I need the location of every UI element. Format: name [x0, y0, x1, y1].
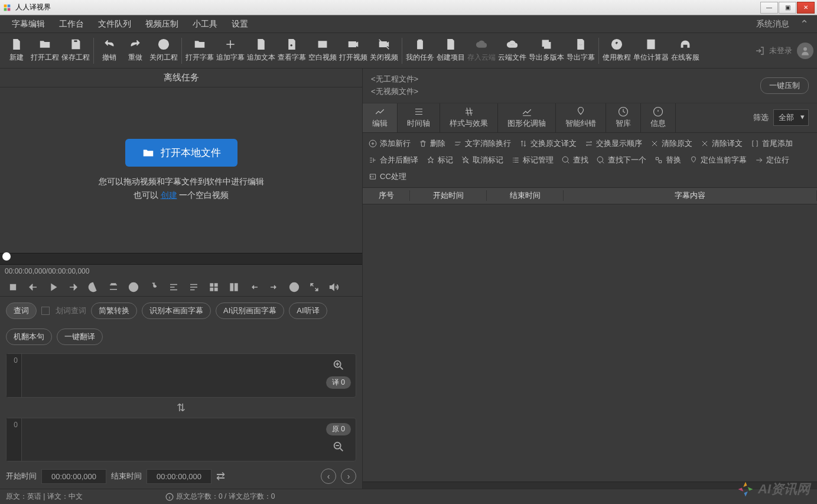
- toolbar-cloud[interactable]: 存入云端: [466, 36, 497, 65]
- toolbar-folder[interactable]: 打开工程: [30, 36, 60, 65]
- system-message[interactable]: 系统消息: [756, 19, 789, 30]
- timeline[interactable]: [0, 253, 362, 265]
- player-play-icon[interactable]: [45, 279, 61, 295]
- toolbar-save[interactable]: 保存工程: [60, 36, 91, 65]
- toolbar-add-doc[interactable]: 创建项目: [435, 36, 466, 65]
- player-columns-icon[interactable]: [226, 279, 242, 295]
- pill-mt-all[interactable]: 一键翻译: [57, 329, 103, 345]
- login-text[interactable]: 未登录: [769, 45, 792, 56]
- player-loop-icon[interactable]: [85, 279, 102, 295]
- toolbar-redo[interactable]: 重做: [122, 36, 148, 65]
- dropzone[interactable]: 打开本地文件 您可以拖动视频和字幕文件到软件中进行编辑 也可以 创建 一个空白视…: [0, 87, 362, 253]
- swap-arrows-icon[interactable]: ⇅: [6, 400, 356, 415]
- player-jump-fwd-icon[interactable]: [266, 279, 282, 295]
- action-bracket[interactable]: 首尾添加: [751, 136, 793, 151]
- player-shuffle-icon[interactable]: [306, 279, 323, 295]
- action-unpin[interactable]: 取消标记: [461, 153, 503, 167]
- zoom-in-icon[interactable]: [332, 359, 345, 372]
- zoom-out-icon[interactable]: [332, 440, 345, 453]
- action-locate[interactable]: 定位当前字幕: [689, 153, 747, 167]
- pill-mt-line[interactable]: 机翻本句: [6, 329, 52, 345]
- pill-lookup[interactable]: 查词: [6, 303, 37, 319]
- pill-ocr-current[interactable]: 识别本画面字幕: [142, 303, 211, 319]
- action-search[interactable]: 查找: [562, 153, 588, 167]
- player-step-back-icon[interactable]: [25, 279, 41, 295]
- minimize-button[interactable]: —: [760, 2, 778, 14]
- tab-2[interactable]: 样式与效果: [440, 103, 498, 132]
- action-plus-circle[interactable]: 添加新行: [369, 136, 411, 151]
- prev-button[interactable]: ‹: [321, 469, 336, 484]
- end-time-input[interactable]: 00:00:00,000: [147, 469, 211, 484]
- toolbar-folder[interactable]: 打开字幕: [184, 36, 215, 65]
- tab-3[interactable]: 图形化调轴: [498, 103, 556, 132]
- tab-0[interactable]: 编辑: [363, 103, 398, 132]
- toolbar-cloud-dl[interactable]: 云端文件: [497, 36, 528, 65]
- action-replace[interactable]: 替换: [655, 153, 681, 167]
- edit-box-bottom[interactable]: 0 原 0: [6, 418, 356, 462]
- playhead[interactable]: [2, 252, 11, 261]
- action-trash[interactable]: 删除: [419, 136, 445, 151]
- pill-ai-transcribe[interactable]: AI听译: [289, 303, 327, 319]
- action-nowrap[interactable]: 文字消除换行: [454, 136, 511, 151]
- menu-video-encode[interactable]: 视频压制: [138, 15, 185, 33]
- next-button[interactable]: ›: [341, 469, 356, 484]
- toolbar-video-off[interactable]: 关闭视频: [369, 36, 399, 65]
- menu-file-queue[interactable]: 文件队列: [91, 15, 138, 33]
- action-merge[interactable]: 合并后翻译: [369, 153, 418, 167]
- toolbar-video[interactable]: 打开视频: [338, 36, 369, 65]
- action-swap-h[interactable]: 交换显示顺序: [585, 136, 642, 151]
- action-clear[interactable]: 清除译文: [701, 136, 743, 151]
- player-step-fwd-icon[interactable]: [65, 279, 82, 295]
- player-marker-icon[interactable]: [145, 279, 162, 295]
- pill-tradsimp[interactable]: 简繁转换: [91, 303, 137, 319]
- player-clock-icon[interactable]: [125, 279, 142, 295]
- open-local-file-button[interactable]: 打开本地文件: [125, 139, 237, 167]
- tab-5[interactable]: 智库: [606, 103, 641, 132]
- player-grid-icon[interactable]: [206, 279, 222, 295]
- player-align1-icon[interactable]: [165, 279, 182, 295]
- edit-box-top[interactable]: 0 译 0: [6, 353, 356, 398]
- player-volume-icon[interactable]: [326, 279, 343, 295]
- action-swap-v[interactable]: 交换原文译文: [519, 136, 577, 151]
- toolbar-clipboard[interactable]: 我的任务: [405, 36, 435, 65]
- toolbar-undo[interactable]: 撤销: [96, 36, 122, 65]
- start-time-input[interactable]: 00:00:00,000: [41, 469, 106, 484]
- action-cc[interactable]: CC处理: [369, 170, 406, 184]
- sync-icon[interactable]: ⇄: [216, 470, 225, 483]
- action-pin[interactable]: 标记: [427, 153, 453, 167]
- avatar[interactable]: [797, 43, 813, 59]
- pill-ai-ocr[interactable]: AI识别画面字幕: [216, 303, 284, 319]
- menu-settings[interactable]: 设置: [224, 15, 255, 33]
- one-click-encode-button[interactable]: 一键压制: [760, 77, 809, 94]
- toolbar-file-plus[interactable]: 新建: [4, 36, 30, 65]
- maximize-button[interactable]: ▣: [779, 2, 796, 14]
- toolbar-close-circle[interactable]: 关闭工程: [148, 36, 179, 65]
- close-button[interactable]: ✕: [797, 2, 815, 14]
- toolbar-calc[interactable]: 单位计算器: [632, 36, 670, 65]
- info-icon[interactable]: 原文总字数：0 / 译文总字数：0: [165, 492, 275, 502]
- toolbar-search-doc[interactable]: 查看字幕: [276, 36, 307, 65]
- player-jump-back-icon[interactable]: [246, 279, 262, 295]
- toolbar-export-multi[interactable]: 导出多版本: [528, 36, 565, 65]
- menu-gadgets[interactable]: 小工具: [185, 15, 224, 33]
- player-stop-icon[interactable]: [5, 279, 21, 295]
- toolbar-blank-video[interactable]: 空白视频: [307, 36, 338, 65]
- player-align2-icon[interactable]: [185, 279, 202, 295]
- menu-workbench[interactable]: 工作台: [52, 15, 91, 33]
- tab-4[interactable]: 智能纠错: [556, 103, 606, 132]
- player-font-size-icon[interactable]: [105, 279, 122, 295]
- menu-subtitle-edit[interactable]: 字幕编辑: [5, 15, 52, 33]
- action-next[interactable]: 查找下一个: [597, 153, 646, 167]
- toolbar-plus[interactable]: 追加字幕: [215, 36, 246, 65]
- action-goto[interactable]: 定位行: [755, 153, 789, 167]
- toolbar-export-sub[interactable]: 导出字幕: [565, 36, 596, 65]
- action-clear[interactable]: 清除原文: [650, 136, 692, 151]
- player-target-icon[interactable]: [286, 279, 302, 295]
- action-list[interactable]: 标记管理: [512, 153, 554, 167]
- toolbar-headset[interactable]: 在线客服: [670, 36, 701, 65]
- tab-6[interactable]: 信息: [641, 103, 676, 132]
- pill-check[interactable]: [41, 307, 50, 315]
- pill-select-lookup[interactable]: 划词查词: [56, 305, 86, 316]
- tab-1[interactable]: 时间轴: [398, 103, 440, 132]
- toolbar-help[interactable]: 使用教程: [601, 36, 632, 65]
